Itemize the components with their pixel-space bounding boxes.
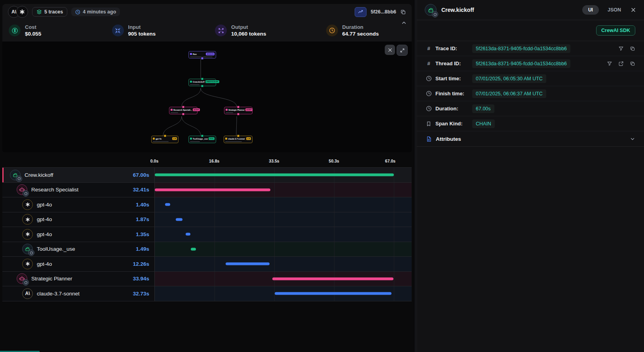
graph-node-research-specialist[interactable]: Research Speciali...agent [169,107,198,114]
panel-title: Crew.kickoff [441,7,474,13]
stat-label: Cost [25,24,41,30]
span-row[interactable]: Strategic Planner33.94s [2,272,412,287]
tool-icon [22,244,33,254]
node-icon [226,109,228,111]
agent-icon [17,273,27,284]
span-bar[interactable] [176,218,182,221]
span-row[interactable]: Research Specialist32.41s [2,183,412,198]
graph-node-run[interactable]: Runsession [188,51,216,59]
trace-id-short: 5f26...8bb6 [370,9,396,15]
span-row[interactable]: gpt-4o1.35s [2,227,412,242]
span-duration: 67.00s [133,172,154,178]
node-badge: llm [172,137,177,140]
copy-icon[interactable] [630,46,635,51]
graph-close-button[interactable] [385,45,395,55]
node-subtitle [153,141,169,142]
crewai-icon [425,4,437,16]
detail-value[interactable]: 07/01/2025, 06:05:30 AM UTC [472,74,546,83]
detail-value[interactable]: 07/01/2025, 06:06:37 AM UTC [472,89,546,98]
filter-icon[interactable] [607,61,612,66]
clock-icon [426,76,432,81]
traces-count-label: 5 traces [44,9,63,15]
detail-value[interactable]: 67.00s [472,104,494,113]
tab-json[interactable]: JSON [608,7,621,13]
span-name-cell: Research Specialist32.41s [2,183,154,197]
detail-label: Trace ID: [435,45,469,51]
span-bar[interactable] [191,248,196,250]
span-timeline-cell [154,183,412,197]
span-row[interactable]: gpt-4o12.26s [2,257,412,272]
graph-node-claude-sonnet[interactable]: claude-3.7-sonnetllm [224,136,253,143]
span-bar[interactable] [275,292,391,295]
hash-icon: # [426,45,432,51]
detail-value[interactable]: 5f2613da-8371-9405-fcdd-0a1534cc8bb6 [472,44,570,53]
graph-node-strategic-planner[interactable]: Strategic Planneragent [224,107,253,114]
dollar-icon [9,25,21,36]
span-row[interactable]: Crew.kickoff67.00s [2,168,412,183]
traces-count-badge[interactable]: 5 traces [32,7,67,17]
chevron-down-icon[interactable] [630,136,635,142]
clock-icon [326,25,338,36]
tab-ui[interactable]: UI [582,5,599,15]
span-duration: 1.49s [136,246,154,252]
span-timeline-cell [154,227,412,242]
span-bar[interactable] [186,233,190,236]
agentops-badge-icon [23,190,29,197]
graph-node-toolusage[interactable]: ToolUsage._usetool [188,136,216,143]
main-column: A\ 5 traces 4 minutes ago 5f26.. [0,0,414,352]
stat-label: Output [231,24,266,30]
span-duration: 32.73s [133,291,154,297]
stat-input: Input905 tokens [112,24,215,38]
span-row[interactable]: gpt-4o1.87s [2,212,412,227]
close-icon[interactable] [631,7,636,13]
graph-node-gpt-4o[interactable]: gpt-4ollm [151,136,179,143]
external-link-icon[interactable] [618,61,624,66]
span-row[interactable]: ToolUsage._use1.49s [2,242,412,257]
span-row[interactable]: gpt-4o1.40s [2,197,412,212]
sdk-badge-row: CrewAI SDK [417,20,644,41]
metrics-trend-button[interactable] [355,7,367,17]
node-subtitle [190,84,199,85]
expand-icon [400,48,405,53]
node-connector [237,113,240,115]
span-timeline-cell [154,197,412,212]
chevron-up-icon[interactable] [401,20,407,27]
span-name: claude-3.7-sonnet [37,291,80,297]
span-duration: 1.40s [136,202,154,208]
node-title: ToolUsage._use [193,138,208,140]
detail-value[interactable]: CHAIN [472,119,495,128]
stat-value: 64.77 seconds [342,30,379,38]
span-bar[interactable] [155,174,394,176]
arrows-out-icon [215,25,227,36]
attributes-row[interactable]: Attributes [417,131,644,147]
anthropic-icon: A\ [22,288,33,299]
filter-icon[interactable] [618,46,624,51]
node-icon [190,53,192,55]
axis-tick: 50.3s [329,159,339,163]
span-bar[interactable] [165,203,170,206]
graph-node-crew-kickoff[interactable]: Crew.kickoffcrew kickoff [188,79,216,86]
openai-icon [22,214,33,225]
detail-label: Start time: [435,76,469,81]
span-name: ToolUsage._use [37,246,75,252]
node-subtitle [190,141,200,142]
trace-summary-card: A\ 5 traces 4 minutes ago 5f26.. [2,4,412,42]
detail-value[interactable]: 5f2613da-8371-9405-fcdd-0a1534cc8bb6 [472,59,570,68]
span-bar[interactable] [155,188,270,191]
span-bar[interactable] [226,263,270,265]
copy-icon[interactable] [630,61,635,66]
detail-label: Span Kind: [435,121,469,127]
detail-row: #Trace ID:5f2613da-8371-9405-fcdd-0a1534… [417,41,644,56]
trace-graph-panel: Runsession Crew.kickoffcrew kickoff Rese… [2,42,412,152]
span-row[interactable]: A\claude-3.7-sonnet32.73s [2,286,412,301]
span-name: gpt-4o [37,231,52,237]
span-duration: 1.87s [136,216,154,222]
span-bar[interactable] [272,277,393,280]
span-name: gpt-4o [37,261,52,267]
graph-expand-button[interactable] [397,45,408,56]
openai-icon [22,229,33,240]
stat-value: 905 tokens [128,30,156,38]
node-icon [190,138,192,140]
copy-icon[interactable] [400,9,406,15]
stat-value: 10,060 tokens [231,30,266,38]
